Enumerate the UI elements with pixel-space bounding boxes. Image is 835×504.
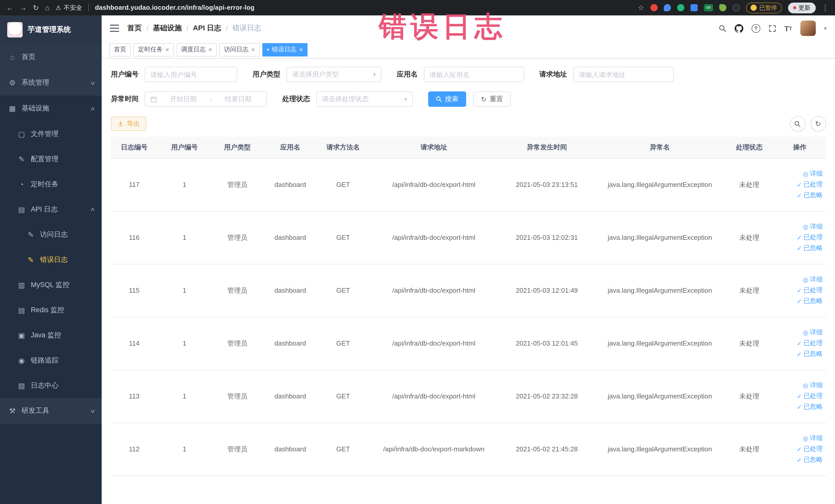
ignored-link[interactable]: ✓已忽略: [777, 455, 823, 465]
url-text[interactable]: dashboard.yudao.iocoder.cn/infra/log/api…: [95, 4, 254, 11]
process-status-select[interactable]: 请选择处理状态 ▾: [316, 92, 413, 107]
detail-link[interactable]: ◎详细: [777, 433, 823, 444]
user-id-input[interactable]: [145, 67, 237, 82]
ignored-link[interactable]: ✓已忽略: [777, 349, 823, 360]
cell-app: dashboard: [263, 423, 317, 476]
sidebar-item-timed-task[interactable]: ◔ 定时任务: [0, 172, 102, 197]
cell-app: dashboard: [263, 211, 317, 264]
sidebar-item-label: 错误日志: [40, 255, 68, 264]
browser-menu-icon[interactable]: ⋮: [822, 4, 829, 11]
fullscreen-icon[interactable]: [768, 24, 776, 32]
detail-link[interactable]: ◎详细: [777, 327, 823, 338]
close-icon[interactable]: ×: [208, 46, 212, 53]
processed-link[interactable]: ✓已处理: [777, 285, 823, 296]
sidebar-item-api-log[interactable]: ▤ API 日志 ∧: [0, 197, 102, 222]
sidebar-item-access-log[interactable]: ✎ 访问日志: [0, 222, 102, 247]
forward-icon[interactable]: →: [20, 4, 27, 11]
processed-link[interactable]: ✓已处理: [777, 391, 823, 402]
help-icon[interactable]: ?: [751, 24, 760, 33]
reset-button[interactable]: ↻ 重置: [473, 92, 511, 107]
detail-link[interactable]: ◎详细: [777, 380, 823, 391]
cell-status: 未处理: [725, 158, 774, 211]
processed-link[interactable]: ✓已处理: [777, 444, 823, 455]
cell-log-id: 112: [111, 423, 158, 476]
close-icon[interactable]: ×: [299, 46, 303, 53]
processed-link[interactable]: ✓已处理: [777, 338, 823, 349]
sidebar-item-dev-tools[interactable]: ⚒ 研发工具 ∨: [0, 398, 102, 424]
cell-url: /api/infra/db-doc/export-html: [369, 158, 499, 211]
sidebar-item-trace[interactable]: ◉ 链路追踪: [0, 348, 102, 373]
search-button[interactable]: 搜索: [428, 92, 466, 107]
security-chip[interactable]: ⚠ 不安全: [56, 3, 82, 12]
processed-link[interactable]: ✓已处理: [777, 232, 823, 243]
browser-home-icon[interactable]: ⌂: [45, 4, 49, 11]
sidebar-item-label: 文件管理: [31, 129, 59, 138]
ignored-link[interactable]: ✓已忽略: [777, 190, 823, 201]
app-name-input[interactable]: [424, 67, 524, 82]
detail-link[interactable]: ◎详细: [777, 168, 823, 179]
breadcrumb-api-log[interactable]: API 日志: [193, 24, 221, 33]
tab-label: 访问日志: [224, 45, 248, 54]
ignored-link[interactable]: ✓已忽略: [777, 243, 823, 254]
back-icon[interactable]: ←: [6, 4, 13, 11]
extension-icon-red[interactable]: [650, 4, 658, 11]
ignored-link[interactable]: ✓已忽略: [777, 402, 823, 412]
avatar[interactable]: [800, 21, 816, 36]
sidebar-item-label: 日志中心: [31, 381, 59, 390]
tab-home[interactable]: 首页: [109, 43, 131, 56]
breadcrumb-home[interactable]: 首页: [127, 24, 142, 33]
cell-exception: java.lang.IllegalArgumentException: [595, 211, 725, 264]
request-url-input[interactable]: [573, 67, 673, 82]
extension-icon-plant[interactable]: [719, 4, 727, 11]
home-icon: ⌂: [8, 53, 16, 61]
cell-status: 未处理: [725, 370, 774, 423]
tab-schedule-log[interactable]: 调度日志 ×: [176, 43, 217, 56]
sidebar-item-label: 配置管理: [31, 154, 59, 164]
sidebar-item-home[interactable]: ⌂ 首页: [0, 44, 102, 70]
caret-down-icon[interactable]: ▾: [824, 25, 827, 32]
sidebar-item-system-manage[interactable]: ⚙ 系统管理 ∨: [0, 70, 102, 96]
sidebar-item-mysql-monitor[interactable]: ▥ MySQL 监控: [0, 272, 102, 297]
update-button[interactable]: 更新: [788, 2, 815, 13]
toggle-search-button[interactable]: [790, 116, 805, 132]
extension-icon-green[interactable]: [677, 4, 684, 11]
tab-timed-task[interactable]: 定时任务 ×: [134, 43, 174, 56]
ignored-link[interactable]: ✓已忽略: [777, 296, 823, 306]
breadcrumb-infra[interactable]: 基础设施: [153, 24, 182, 33]
refresh-table-button[interactable]: ↻: [810, 116, 826, 132]
bookmark-star-icon[interactable]: ☆: [638, 4, 644, 11]
close-icon[interactable]: ×: [165, 46, 169, 53]
sidebar-item-log-center[interactable]: ▧ 日志中心: [0, 373, 102, 398]
check-icon: ✓: [797, 298, 802, 304]
sidebar-item-config-manage[interactable]: ✎ 配置管理: [0, 146, 102, 172]
tab-error-log[interactable]: ● 错误日志 ×: [262, 43, 308, 56]
extension-icon-on-badge[interactable]: on: [704, 4, 713, 11]
sidebar-item-error-log[interactable]: ✎ 错误日志: [0, 247, 102, 272]
sidebar-item-infrastructure[interactable]: ▦ 基础设施 ∧: [0, 96, 102, 121]
close-icon[interactable]: ×: [251, 46, 255, 53]
github-icon[interactable]: [734, 24, 743, 33]
reload-icon[interactable]: ↻: [33, 4, 39, 11]
paused-badge[interactable]: 已暂停: [746, 2, 781, 13]
sidebar-item-file-manage[interactable]: ▢ 文件管理: [0, 121, 102, 146]
search-icon[interactable]: [718, 24, 726, 32]
exception-time-range-picker[interactable]: 开始日期 - 结束日期: [145, 92, 267, 107]
user-type-select[interactable]: 请选择用户类型 ▾: [286, 67, 382, 82]
extension-icon-paw[interactable]: [733, 4, 740, 11]
sidebar-toggle-icon[interactable]: [110, 25, 119, 32]
sidebar-item-java-monitor[interactable]: ▣ Java 监控: [0, 322, 102, 348]
app-shell: 芋道管理系统 ⌂ 首页 ⚙ 系统管理 ∨ ▦ 基础设施 ∧: [0, 15, 835, 504]
extension-icon-blue-drop[interactable]: [664, 4, 671, 11]
check-icon: ✓: [797, 235, 802, 241]
font-size-icon[interactable]: TT: [784, 24, 792, 33]
sidebar-item-label: MySQL 监控: [31, 280, 69, 289]
tab-access-log[interactable]: 访问日志 ×: [219, 43, 260, 56]
export-button[interactable]: 导出: [111, 117, 146, 131]
filter-user-type: 用户类型 请选择用户类型 ▾: [252, 67, 382, 82]
processed-link[interactable]: ✓已处理: [777, 179, 823, 190]
sidebar-item-label: 研发工具: [22, 406, 49, 416]
detail-link[interactable]: ◎详细: [777, 221, 823, 232]
detail-link[interactable]: ◎详细: [777, 274, 823, 285]
extension-icon-blue-grid[interactable]: [691, 4, 698, 11]
sidebar-item-redis-monitor[interactable]: ▤ Redis 监控: [0, 297, 102, 322]
